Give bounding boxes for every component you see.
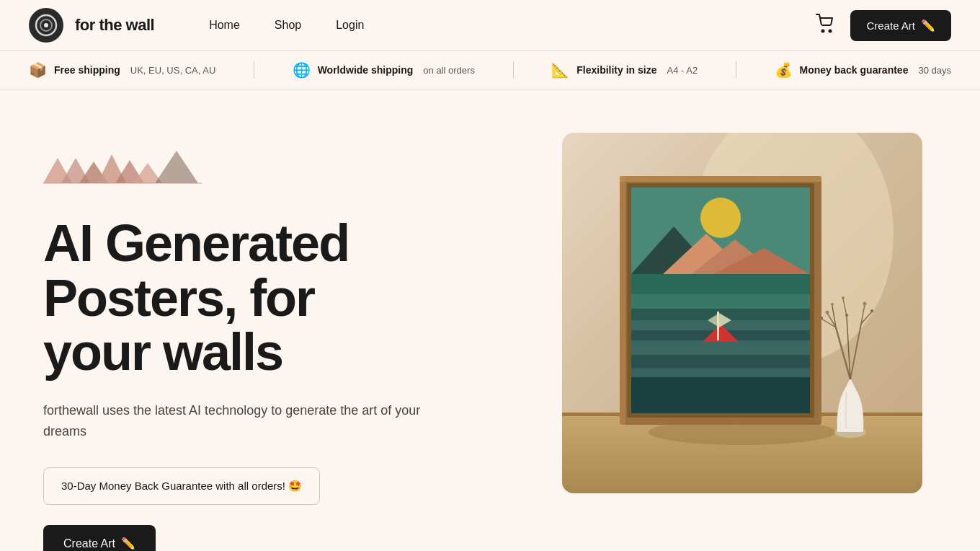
- svg-rect-29: [631, 274, 810, 296]
- navbar: for the wall Home Shop Login Create Art …: [0, 0, 980, 50]
- flexibility-label: Flexibility in size: [576, 64, 656, 76]
- nav-link-home[interactable]: Home: [209, 19, 240, 32]
- svg-point-57: [842, 296, 845, 299]
- info-bar: 📦 Free shipping UK, EU, US, CA, AU 🌐 Wor…: [0, 50, 980, 89]
- svg-rect-37: [631, 377, 810, 413]
- flexibility-sub: A4 - A2: [667, 65, 698, 76]
- svg-marker-11: [155, 151, 198, 183]
- svg-point-4: [829, 30, 832, 32]
- brand-name: for the wall: [75, 16, 154, 35]
- svg-point-55: [863, 302, 867, 306]
- svg-rect-21: [620, 176, 625, 425]
- nav-link-shop[interactable]: Shop: [275, 19, 301, 32]
- worldwide-shipping-label: Worldwide shipping: [318, 64, 414, 76]
- hero-title: AI Generated Posters, for your walls: [43, 216, 533, 380]
- svg-point-2: [44, 23, 48, 27]
- zigzag-icon: [43, 147, 202, 190]
- info-divider-1: [254, 61, 254, 79]
- info-item-money-back: 💰 Money back guarantee 30 days: [775, 61, 951, 79]
- nav-link-login[interactable]: Login: [336, 19, 364, 32]
- free-shipping-sub: UK, EU, US, CA, AU: [130, 65, 215, 76]
- flexibility-icon: 📐: [551, 61, 569, 79]
- svg-point-24: [700, 198, 741, 238]
- svg-point-3: [822, 30, 824, 32]
- money-back-label: Money back guarantee: [800, 64, 909, 76]
- create-art-button-nav[interactable]: Create Art ✏️: [850, 10, 951, 41]
- svg-point-52: [826, 311, 829, 314]
- create-art-label-nav: Create Art: [866, 19, 915, 32]
- free-shipping-label: Free shipping: [54, 64, 120, 76]
- hero-title-line2: your walls: [43, 323, 282, 381]
- money-back-sub: 30 days: [918, 65, 951, 76]
- nav-links: Home Shop Login: [209, 19, 364, 32]
- hero-image: [562, 133, 922, 493]
- worldwide-icon: 🌐: [293, 61, 311, 79]
- svg-rect-36: [631, 368, 810, 379]
- create-art-button-hero[interactable]: Create Art ✏️: [43, 525, 156, 551]
- hero-left: AI Generated Posters, for your walls for…: [43, 133, 533, 551]
- cart-icon: [816, 14, 836, 34]
- info-item-free-shipping: 📦 Free shipping UK, EU, US, CA, AU: [29, 61, 215, 79]
- logo[interactable]: [29, 8, 63, 43]
- pencil-icon-hero: ✏️: [121, 537, 135, 550]
- hero-art-scene: [562, 133, 922, 493]
- svg-rect-35: [631, 355, 810, 369]
- svg-point-53: [831, 303, 834, 306]
- svg-rect-34: [631, 340, 810, 356]
- svg-rect-30: [631, 294, 810, 310]
- hero-title-line1: AI Generated Posters, for: [43, 214, 349, 327]
- navbar-right: Create Art ✏️: [816, 10, 951, 41]
- navbar-left: for the wall Home Shop Login: [29, 8, 364, 43]
- hero-subtitle: forthewall uses the latest AI technology…: [43, 400, 432, 442]
- cart-button[interactable]: [816, 14, 836, 37]
- money-back-icon: 💰: [775, 61, 793, 79]
- info-divider-3: [736, 61, 736, 79]
- svg-rect-20: [620, 176, 821, 182]
- guarantee-badge: 30-Day Money Back Guarantee with all ord…: [43, 467, 320, 505]
- info-divider-2: [513, 61, 514, 79]
- info-item-flexibility: 📐 Flexibility in size A4 - A2: [551, 61, 698, 79]
- pencil-icon-nav: ✏️: [921, 19, 935, 32]
- info-item-worldwide-shipping: 🌐 Worldwide shipping on all orders: [293, 61, 475, 79]
- svg-point-54: [820, 317, 823, 319]
- worldwide-shipping-sub: on all orders: [423, 65, 475, 76]
- hero-section: AI Generated Posters, for your walls for…: [0, 89, 980, 551]
- create-art-label-hero: Create Art: [63, 537, 115, 550]
- svg-point-58: [845, 314, 848, 317]
- svg-point-56: [870, 309, 873, 312]
- logo-icon: [35, 14, 58, 37]
- zigzag-decoration: [43, 147, 533, 193]
- shipping-icon: 📦: [29, 61, 47, 79]
